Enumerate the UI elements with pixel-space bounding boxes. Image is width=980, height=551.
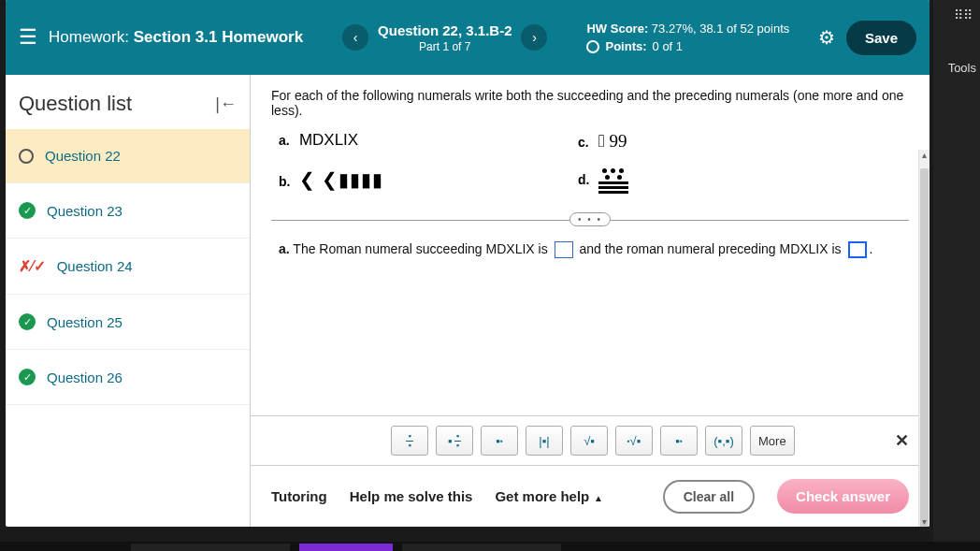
hw-score-label: HW Score: xyxy=(586,22,648,36)
status-done-icon: ✓ xyxy=(19,202,36,219)
tool-fraction[interactable]: ▪▪ xyxy=(391,426,428,456)
points-value: 0 of 1 xyxy=(653,37,684,56)
gear-icon[interactable]: ⚙ xyxy=(818,26,835,49)
points-label: Points: xyxy=(605,37,646,56)
answer-blank-succeeding[interactable] xyxy=(555,241,573,258)
main-content: For each of the following numerals write… xyxy=(251,75,930,527)
check-answer-button[interactable]: Check answer xyxy=(777,479,909,514)
hamburger-icon[interactable]: ☰ xyxy=(19,25,37,50)
question-title: Question 22, 3.1.B-2 xyxy=(378,22,512,38)
part-b: b. ❮ ❮▮▮▮▮ xyxy=(279,168,466,191)
caret-up-icon: ▲ xyxy=(591,493,603,503)
tool-subscript[interactable]: ▪▪ xyxy=(660,426,698,456)
part-a-value: MDXLIX xyxy=(299,131,358,149)
question-item-24[interactable]: ✗⁄✓ Question 24 xyxy=(6,239,250,295)
question-info: Question 22, 3.1.B-2 Part 1 of 7 xyxy=(378,22,512,53)
part-b-value: ❮ ❮▮▮▮▮ xyxy=(299,169,384,190)
answer-text-3: . xyxy=(870,241,873,256)
part-d-value xyxy=(598,168,628,194)
tool-exponent[interactable]: ▪▪ xyxy=(481,426,518,456)
tool-ordered-pair[interactable]: (▪,▪) xyxy=(705,426,742,456)
problem-prompt: For each of the following numerals write… xyxy=(251,75,930,127)
hw-score-value: 73.27%, 38.1 of 52 points xyxy=(652,22,789,36)
question-item-25[interactable]: ✓ Question 25 xyxy=(6,295,250,350)
homework-label: Homework: xyxy=(49,28,129,46)
next-question-button[interactable]: › xyxy=(521,24,547,51)
part-c-value: 𓎆 99 xyxy=(598,131,627,151)
question-item-label: Question 23 xyxy=(47,203,122,219)
question-item-label: Question 26 xyxy=(47,370,122,385)
answer-text-2: and the roman numeral preceding MDXLIX i… xyxy=(576,241,845,256)
answer-blank-preceding[interactable] xyxy=(848,241,867,258)
tool-abs[interactable]: |▪| xyxy=(526,426,563,456)
question-item-label: Question 25 xyxy=(47,314,122,330)
question-item-label: Question 24 xyxy=(57,258,133,274)
part-a: a. MDXLIX xyxy=(279,131,466,150)
part-c: c. 𓎆 99 xyxy=(578,131,765,152)
math-toolbar: ▪▪ ▪▪▪ ▪▪ |▪| √▪ ▪√▪ ▪▪ (▪,▪) More ✕ xyxy=(251,415,930,465)
right-side-panel: ⠿⠿ Tools xyxy=(933,0,980,551)
close-toolbar-icon[interactable]: ✕ xyxy=(895,430,909,451)
question-list-title: Question list xyxy=(19,92,132,116)
answer-area: a. The Roman numeral succeeding MDXLIX i… xyxy=(251,221,930,279)
tool-mixed-fraction[interactable]: ▪▪▪ xyxy=(436,426,473,456)
question-part: Part 1 of 7 xyxy=(378,40,512,53)
get-more-help-link[interactable]: Get more help ▲ xyxy=(495,488,603,504)
answer-text-1: The Roman numeral succeeding MDXLIX is xyxy=(293,241,551,256)
tools-link[interactable]: Tools xyxy=(948,61,976,75)
scrollbar-thumb[interactable] xyxy=(920,168,929,527)
tool-nthroot[interactable]: ▪√▪ xyxy=(615,426,653,456)
status-done-icon: ✓ xyxy=(19,369,36,385)
help-me-solve-link[interactable]: Help me solve this xyxy=(350,488,473,504)
prev-question-button[interactable]: ‹ xyxy=(342,24,368,51)
divider-dots-icon[interactable]: • • • xyxy=(569,212,611,226)
taskbar xyxy=(0,542,980,551)
homework-title: Section 3.1 Homework xyxy=(134,28,303,46)
tutoring-link[interactable]: Tutoring xyxy=(271,488,327,504)
title-block: Homework: Section 3.1 Homework xyxy=(49,28,303,47)
score-block: HW Score: 73.27%, 38.1 of 52 points Poin… xyxy=(586,20,789,56)
scroll-up-icon[interactable]: ▴ xyxy=(919,150,930,160)
question-item-23[interactable]: ✓ Question 23 xyxy=(6,183,250,239)
apps-grid-icon[interactable]: ⠿⠿ xyxy=(954,7,973,22)
scrollbar-vertical[interactable]: ▴ ▾ xyxy=(918,150,930,527)
question-item-label: Question 22 xyxy=(45,148,121,164)
points-circle-icon xyxy=(586,40,599,53)
status-partial-icon: ✗⁄✓ xyxy=(19,257,46,275)
footer: Tutoring Help me solve this Get more hel… xyxy=(251,465,930,527)
status-done-icon: ✓ xyxy=(19,313,36,330)
question-list-panel: Question list |← Question 22 ✓ Question … xyxy=(6,75,251,527)
question-item-22[interactable]: Question 22 xyxy=(6,129,250,183)
section-divider: • • • xyxy=(271,220,909,221)
tool-more[interactable]: More xyxy=(750,426,795,456)
question-item-26[interactable]: ✓ Question 26 xyxy=(6,350,250,405)
tool-sqrt[interactable]: √▪ xyxy=(570,426,608,456)
save-button[interactable]: Save xyxy=(846,21,916,55)
scroll-down-icon[interactable]: ▾ xyxy=(919,516,930,527)
header: ☰ Homework: Section 3.1 Homework ‹ Quest… xyxy=(6,0,930,75)
part-d: d. xyxy=(578,168,765,194)
clear-all-button[interactable]: Clear all xyxy=(663,480,755,514)
status-open-icon xyxy=(19,149,34,164)
collapse-panel-icon[interactable]: |← xyxy=(215,94,237,114)
